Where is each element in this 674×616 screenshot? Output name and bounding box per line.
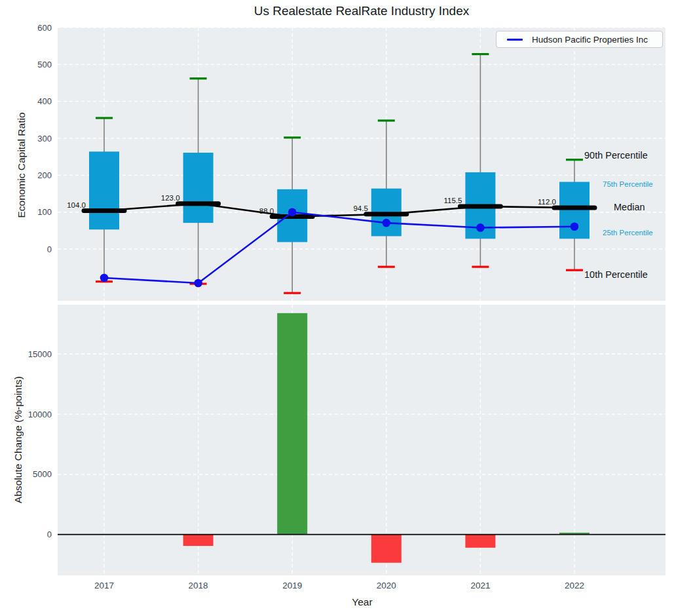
- label-75th-percentile: 75th Percentile: [603, 180, 653, 188]
- company-point: [100, 274, 109, 282]
- median-value-label: 104.0: [67, 201, 86, 209]
- label-25th-percentile: 25th Percentile: [603, 229, 653, 237]
- median-value-label: 94.5: [353, 204, 367, 212]
- figure: 104.0123.088.094.5115.5112.0010020030040…: [0, 0, 674, 616]
- y-axis-label-bottom: Absolute Change (%-points): [12, 376, 24, 503]
- legend-line-swatch: [507, 39, 523, 41]
- y-tick-top: 0: [47, 244, 52, 254]
- percentile-box: [183, 153, 214, 223]
- y-tick-bottom: 5000: [33, 469, 52, 479]
- x-tick-year: 2022: [565, 581, 584, 590]
- x-tick-year: 2020: [377, 581, 396, 590]
- label-10th-percentile: 10th Percentile: [584, 269, 648, 280]
- y-tick-top: 400: [37, 96, 52, 106]
- y-tick-top: 200: [37, 170, 52, 180]
- company-point: [383, 219, 391, 227]
- y-tick-bottom: 15000: [28, 349, 52, 359]
- label-median: Median: [614, 202, 645, 212]
- change-bar: [465, 535, 495, 548]
- company-point: [288, 208, 297, 216]
- percentile-box: [89, 151, 119, 229]
- company-point: [194, 279, 202, 288]
- legend-label: Hudson Pacific Properties Inc: [532, 35, 648, 45]
- y-tick-top: 300: [37, 134, 52, 144]
- x-axis-label: Year: [352, 596, 372, 608]
- change-bar: [371, 535, 402, 563]
- median-value-label: 88.0: [259, 207, 274, 215]
- median-value-label: 112.0: [538, 198, 556, 206]
- median-value-label: 123.0: [161, 194, 180, 202]
- company-point: [571, 222, 579, 231]
- label-90th-percentile: 90th Percentile: [584, 150, 648, 161]
- median-value-label: 115.5: [443, 197, 462, 204]
- y-axis-label-top: Economic Capital Ratio: [16, 112, 28, 218]
- x-tick-year: 2021: [470, 581, 490, 590]
- legend: Hudson Pacific Properties Inc: [496, 31, 663, 48]
- change-bar: [277, 313, 307, 535]
- chart-title: Us Realestate RealRate Industry Index: [58, 4, 665, 18]
- y-tick-top: 100: [37, 207, 52, 217]
- chart-canvas: 104.0123.088.094.5115.5112.0010020030040…: [0, 0, 674, 616]
- x-tick-year: 2017: [94, 581, 114, 590]
- y-tick-bottom: 10000: [28, 410, 52, 419]
- company-point: [476, 223, 485, 232]
- change-bar: [183, 535, 214, 546]
- y-tick-top: 500: [37, 60, 52, 69]
- x-tick-year: 2019: [282, 581, 302, 590]
- y-tick-bottom: 0: [47, 529, 52, 539]
- x-tick-year: 2018: [189, 581, 208, 590]
- y-tick-top: 600: [37, 23, 52, 33]
